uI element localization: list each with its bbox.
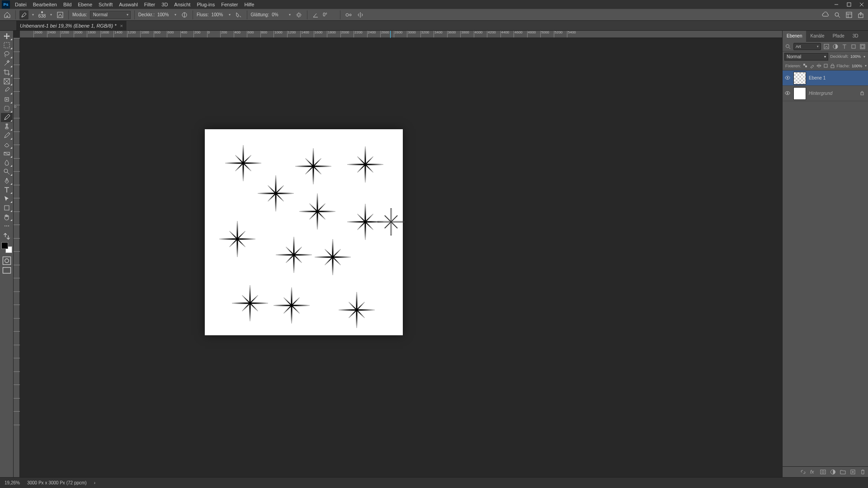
menu-fenster[interactable]: Fenster	[218, 0, 241, 9]
lasso-tool[interactable]	[1, 50, 13, 59]
document-tab[interactable]: Unbenannt-1 bei 19,3% (Ebene 1, RGB/8) *…	[16, 21, 127, 30]
move-tool[interactable]	[1, 32, 13, 41]
layer-row[interactable]: Hintergrund	[783, 86, 868, 101]
gradient-tool[interactable]	[1, 149, 13, 158]
swap-colors-icon[interactable]	[2, 232, 11, 240]
color-swatches[interactable]	[1, 242, 12, 253]
smoothing-value[interactable]: 0%	[272, 12, 285, 17]
doc-info[interactable]: 3000 Px x 3000 Px (72 ppcm)	[27, 480, 87, 485]
filter-pixel-icon[interactable]	[823, 43, 830, 50]
visibility-toggle[interactable]	[784, 91, 791, 96]
patch-tool[interactable]	[1, 104, 13, 113]
menu-bearbeiten[interactable]: Bearbeiten	[30, 0, 60, 9]
size-pressure-button[interactable]	[344, 10, 353, 19]
lock-paint-icon[interactable]	[810, 63, 815, 69]
search-icon[interactable]	[833, 10, 842, 19]
menu-hilfe[interactable]: Hilfe	[241, 0, 257, 9]
group-icon[interactable]	[839, 469, 846, 476]
current-tool-icon[interactable]	[19, 10, 28, 19]
brush-picker-dropdown[interactable]: ▾	[49, 13, 53, 17]
eyedropper-tool[interactable]	[1, 86, 13, 95]
brush-panel-button[interactable]	[56, 10, 65, 19]
filter-adjust-icon[interactable]	[832, 43, 839, 50]
status-arrow[interactable]: ›	[94, 480, 95, 485]
panel-tab-ebenen[interactable]: Ebenen	[783, 31, 806, 42]
layer-thumbnail[interactable]	[793, 87, 806, 100]
trash-icon[interactable]	[859, 469, 866, 476]
visibility-toggle[interactable]	[784, 75, 791, 81]
lock-all-icon[interactable]	[830, 63, 835, 69]
blur-tool[interactable]	[1, 158, 13, 167]
flow-value[interactable]: 100%	[212, 12, 225, 17]
workspace-icon[interactable]	[844, 10, 854, 19]
history-brush-tool[interactable]	[1, 131, 13, 140]
brush-tool[interactable]	[1, 113, 13, 122]
smoothing-options-button[interactable]	[294, 10, 303, 19]
adjustment-icon[interactable]	[829, 469, 836, 476]
new-layer-icon[interactable]	[849, 469, 856, 476]
screenmode-button[interactable]	[2, 267, 11, 275]
menu-datei[interactable]: Datei	[12, 0, 30, 9]
menu-3d[interactable]: 3D	[158, 0, 171, 9]
panel-tab-pfade[interactable]: Pfade	[829, 31, 849, 42]
close-tab-button[interactable]: ×	[120, 23, 123, 28]
mask-icon[interactable]	[819, 469, 826, 476]
zoom-readout[interactable]: 19,26%	[5, 480, 20, 485]
link-layers-icon[interactable]	[799, 469, 807, 476]
filter-text-icon[interactable]	[841, 43, 848, 50]
opacity-pressure-button[interactable]	[180, 10, 189, 19]
minimize-button[interactable]	[830, 0, 843, 9]
heal-tool[interactable]	[1, 95, 13, 104]
vertical-ruler[interactable]: 0	[14, 38, 20, 477]
angle-value[interactable]: 0°	[323, 12, 336, 17]
opacity-value[interactable]: 100%	[157, 12, 171, 17]
dodge-tool[interactable]	[1, 167, 13, 176]
menu-bild[interactable]: Bild	[60, 0, 75, 9]
maximize-button[interactable]	[843, 0, 855, 9]
fx-icon[interactable]: fx	[809, 469, 816, 476]
layer-name[interactable]: Hintergrund	[809, 91, 832, 96]
pen-tool[interactable]	[1, 176, 13, 185]
layer-row[interactable]: Ebene 1	[783, 70, 868, 86]
lock-artboard-icon[interactable]	[823, 63, 828, 69]
home-icon[interactable]	[3, 10, 12, 19]
stamp-tool[interactable]	[1, 122, 13, 131]
layer-filter-dropdown[interactable]: Art	[793, 43, 821, 50]
path-select-tool[interactable]	[1, 194, 13, 203]
menu-schrift[interactable]: Schrift	[95, 0, 116, 9]
document-canvas[interactable]	[205, 129, 403, 335]
menu-ebene[interactable]: Ebene	[75, 0, 95, 9]
filter-shape-icon[interactable]	[850, 43, 857, 50]
layer-blend-dropdown[interactable]: Normal	[784, 53, 828, 61]
filter-smart-icon[interactable]	[859, 43, 866, 50]
text-tool[interactable]	[1, 185, 13, 194]
frame-tool[interactable]	[1, 77, 13, 86]
horizontal-ruler[interactable]: 2600240022002000180016001400120010008006…	[20, 31, 782, 38]
angle-icon[interactable]	[311, 10, 320, 19]
layer-opacity-value[interactable]: 100%	[850, 54, 861, 59]
hand-tool[interactable]	[1, 212, 13, 221]
close-window-button[interactable]	[855, 0, 868, 9]
panel-tab-3d[interactable]: 3D	[849, 31, 863, 42]
layer-thumbnail[interactable]	[793, 72, 806, 84]
layer-name[interactable]: Ebene 1	[809, 75, 826, 80]
fill-value[interactable]: 100%	[852, 64, 862, 68]
quickmask-button[interactable]	[2, 257, 11, 265]
menu-auswahl[interactable]: Auswahl	[116, 0, 141, 9]
share-icon[interactable]	[856, 10, 865, 19]
panel-tab-kanäle[interactable]: Kanäle	[806, 31, 828, 42]
brush-size-value[interactable]: 638	[38, 14, 46, 19]
symmetry-button[interactable]	[356, 10, 365, 19]
tool-preset-dropdown[interactable]: ▾	[31, 13, 35, 17]
canvas-viewport[interactable]: 2600240022002000180016001400120010008006…	[14, 31, 782, 477]
dots-tool[interactable]	[1, 221, 13, 230]
lock-trans-icon[interactable]	[803, 63, 808, 69]
airbrush-button[interactable]	[234, 10, 243, 19]
lock-move-icon[interactable]	[816, 63, 821, 69]
blend-mode-dropdown[interactable]: Normal	[90, 11, 131, 19]
cloud-icon[interactable]	[821, 10, 830, 19]
menu-plug-ins[interactable]: Plug-ins	[193, 0, 218, 9]
shape-tool[interactable]	[1, 203, 13, 212]
wand-tool[interactable]	[1, 59, 13, 68]
marquee-tool[interactable]	[1, 41, 13, 50]
